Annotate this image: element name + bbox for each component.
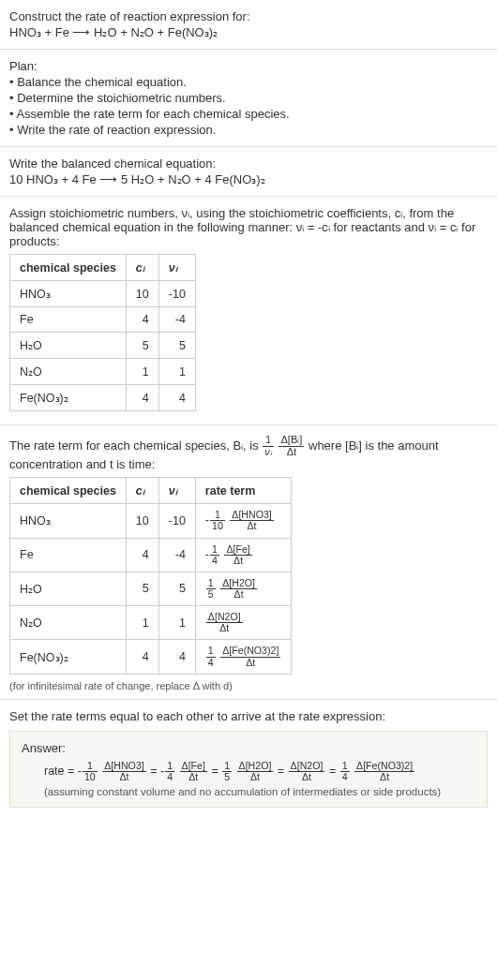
rateterm-note: (for infinitesimal rate of change, repla… [9, 680, 488, 691]
table-row: H₂O5515 Δ[H2O]Δt [10, 572, 292, 605]
cell-rate-term: 14 Δ[Fe(NO3)2]Δt [195, 640, 292, 674]
rate-expression: rate = -110 Δ[HNO3]Δt = -14 Δ[Fe]Δt = 15… [44, 761, 475, 782]
fraction: Δ[H2O]Δt [220, 578, 257, 600]
cell-vi: 5 [158, 333, 195, 359]
plan-bullet: • Assemble the rate term for each chemic… [9, 107, 488, 121]
cell-ci: 10 [126, 504, 158, 538]
stoich-intro: Assign stoichiometric numbers, νᵢ, using… [9, 206, 488, 248]
cell-rate-term: Δ[N2O]Δt [195, 606, 292, 640]
th-species: chemical species [10, 255, 127, 281]
table-header-row: chemical species cᵢ νᵢ rate term [10, 478, 292, 504]
table-row: H₂O55 [10, 333, 196, 359]
prompt-equation: HNO₃ + Fe ⟶ H₂O + N₂O + Fe(NO₃)₂ [9, 25, 488, 39]
cell-vi: -10 [158, 281, 195, 307]
cell-vi: -4 [158, 307, 195, 333]
cell-rate-term: -110 Δ[HNO3]Δt [195, 504, 292, 538]
rateterm-section: The rate term for each chemical species,… [0, 425, 497, 700]
cell-ci: 10 [126, 281, 158, 307]
fraction: 110 [210, 510, 225, 531]
fraction: Δ[Fe]Δt [180, 761, 207, 782]
th-vi: νᵢ [158, 255, 195, 281]
cell-vi: 5 [158, 572, 195, 605]
cell-species: H₂O [10, 572, 127, 605]
cell-vi: 1 [158, 606, 195, 640]
cell-ci: 5 [126, 572, 158, 605]
cell-rate-term: 15 Δ[H2O]Δt [195, 572, 292, 605]
cell-ci: 1 [126, 359, 158, 385]
plan-bullet: • Write the rate of reaction expression. [9, 123, 488, 137]
plan-bullet: • Balance the chemical equation. [9, 75, 488, 89]
cell-species: Fe [10, 538, 127, 572]
final-title: Set the rate terms equal to each other t… [9, 709, 488, 723]
table-header-row: chemical species cᵢ νᵢ [10, 255, 196, 281]
cell-vi: 4 [158, 640, 195, 674]
cell-rate-term: -14 Δ[Fe]Δt [195, 538, 292, 572]
plan-title: Plan: [9, 59, 488, 73]
cell-species: Fe [10, 307, 127, 333]
th-ci: cᵢ [126, 255, 158, 281]
stoich-section: Assign stoichiometric numbers, νᵢ, using… [0, 197, 497, 425]
rate-label: rate = [44, 765, 78, 778]
rateterm-table: chemical species cᵢ νᵢ rate term HNO₃10-… [9, 477, 292, 675]
fraction: 110 [83, 761, 98, 782]
cell-species: Fe(NO₃)₂ [10, 385, 127, 411]
balanced-title: Write the balanced chemical equation: [9, 156, 488, 171]
table-row: Fe4-4-14 Δ[Fe]Δt [10, 538, 292, 572]
cell-species: Fe(NO₃)₂ [10, 640, 127, 674]
cell-vi: 4 [158, 385, 195, 411]
fraction: 14 [340, 761, 350, 782]
table-row: HNO₃10-10 [10, 281, 196, 307]
cell-ci: 1 [126, 606, 158, 640]
cell-species: N₂O [10, 606, 127, 640]
answer-note: (assuming constant volume and no accumul… [44, 786, 475, 797]
th-rate-term: rate term [195, 478, 292, 504]
answer-box: Answer: rate = -110 Δ[HNO3]Δt = -14 Δ[Fe… [9, 731, 488, 808]
fraction: Δ[Fe(NO3)2]Δt [220, 646, 280, 667]
plan-section: Plan: • Balance the chemical equation. •… [0, 50, 497, 147]
balanced-section: Write the balanced chemical equation: 10… [0, 147, 497, 197]
cell-vi: -4 [158, 538, 195, 572]
cell-species: HNO₃ [10, 281, 127, 307]
rateterm-intro: The rate term for each chemical species,… [9, 435, 488, 471]
table-row: Fe4-4 [10, 307, 196, 333]
fraction: 14 [210, 544, 219, 566]
fraction: 14 [165, 761, 174, 782]
fraction: Δ[H2O]Δt [237, 761, 274, 782]
fraction: Δ[N2O]Δt [206, 612, 243, 633]
fraction: Δ[HNO3]Δt [102, 761, 145, 782]
frac-one-over-nu: 1 νᵢ [263, 435, 274, 457]
cell-ci: 4 [126, 307, 158, 333]
cell-species: H₂O [10, 333, 127, 359]
table-row: Fe(NO₃)₂44 [10, 385, 196, 411]
stoich-table: chemical species cᵢ νᵢ HNO₃10-10Fe4-4H₂O… [9, 254, 196, 411]
fraction: Δ[N2O]Δt [289, 761, 325, 782]
cell-ci: 4 [126, 385, 158, 411]
prompt-section: Construct the rate of reaction expressio… [0, 0, 497, 50]
table-row: N₂O11Δ[N2O]Δt [10, 606, 292, 640]
fraction: 15 [206, 578, 216, 600]
fraction: 14 [206, 646, 216, 667]
cell-ci: 4 [126, 640, 158, 674]
fraction: Δ[Fe]Δt [224, 544, 251, 566]
answer-label: Answer: [22, 741, 475, 755]
th-species: chemical species [10, 478, 127, 504]
table-row: HNO₃10-10-110 Δ[HNO3]Δt [10, 504, 292, 538]
fraction: 15 [222, 761, 232, 782]
fraction: Δ[Fe(NO3)2]Δt [354, 761, 414, 782]
frac-dBi-dt: Δ[Bᵢ] Δt [279, 435, 304, 457]
th-vi: νᵢ [158, 478, 195, 504]
cell-vi: 1 [158, 359, 195, 385]
table-row: N₂O11 [10, 359, 196, 385]
fraction: Δ[HNO3]Δt [230, 510, 273, 531]
final-section: Set the rate terms equal to each other t… [0, 700, 497, 824]
cell-ci: 4 [126, 538, 158, 572]
cell-species: HNO₃ [10, 504, 127, 538]
balanced-equation: 10 HNO₃ + 4 Fe ⟶ 5 H₂O + N₂O + 4 Fe(NO₃)… [9, 172, 488, 186]
th-ci: cᵢ [126, 478, 158, 504]
cell-vi: -10 [158, 504, 195, 538]
plan-bullet: • Determine the stoichiometric numbers. [9, 91, 488, 105]
prompt-line1: Construct the rate of reaction expressio… [9, 9, 488, 23]
table-row: Fe(NO₃)₂4414 Δ[Fe(NO3)2]Δt [10, 640, 292, 674]
cell-ci: 5 [126, 333, 158, 359]
cell-species: N₂O [10, 359, 127, 385]
